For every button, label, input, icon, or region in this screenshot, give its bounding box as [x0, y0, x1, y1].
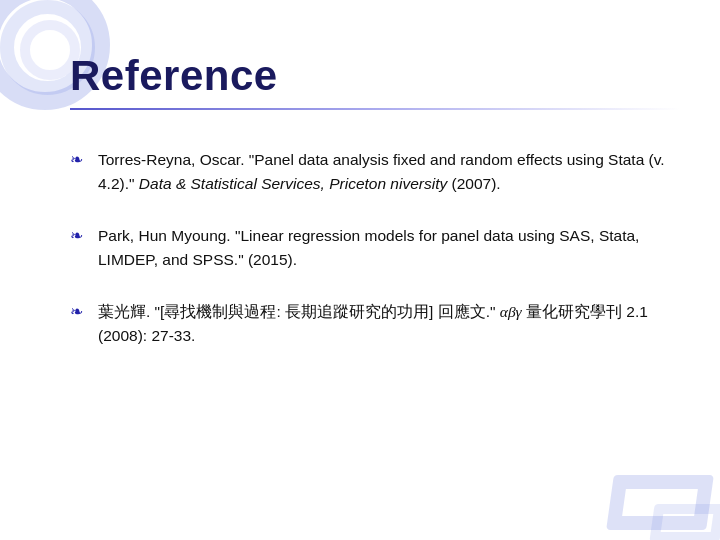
title-section: Reference [70, 52, 680, 110]
page-title: Reference [70, 52, 680, 100]
list-item: ❧ Torres-Reyna, Oscar. "Panel data analy… [70, 148, 670, 196]
greek-text: αβγ [500, 303, 522, 320]
ref-text-1: Torres-Reyna, Oscar. "Panel data analysi… [98, 148, 670, 196]
content-section: ❧ Torres-Reyna, Oscar. "Panel data analy… [70, 148, 670, 376]
deco-bottom-right [570, 450, 720, 540]
deco-br-rect2 [649, 504, 720, 540]
slide-container: Reference ❧ Torres-Reyna, Oscar. "Panel … [0, 0, 720, 540]
list-item: ❧ Park, Hun Myoung. "Linear regression m… [70, 224, 670, 272]
title-underline [70, 108, 680, 110]
bullet-1: ❧ [70, 150, 98, 169]
ref-text-2: Park, Hun Myoung. "Linear regression mod… [98, 224, 670, 272]
bullet-2: ❧ [70, 226, 98, 245]
bullet-3: ❧ [70, 302, 98, 321]
ref-text-3: 葉光輝. "[尋找機制與過程: 長期追蹤研究的功用] 回應文." αβγ 量化研… [98, 300, 670, 348]
list-item: ❧ 葉光輝. "[尋找機制與過程: 長期追蹤研究的功用] 回應文." αβγ 量… [70, 300, 670, 348]
